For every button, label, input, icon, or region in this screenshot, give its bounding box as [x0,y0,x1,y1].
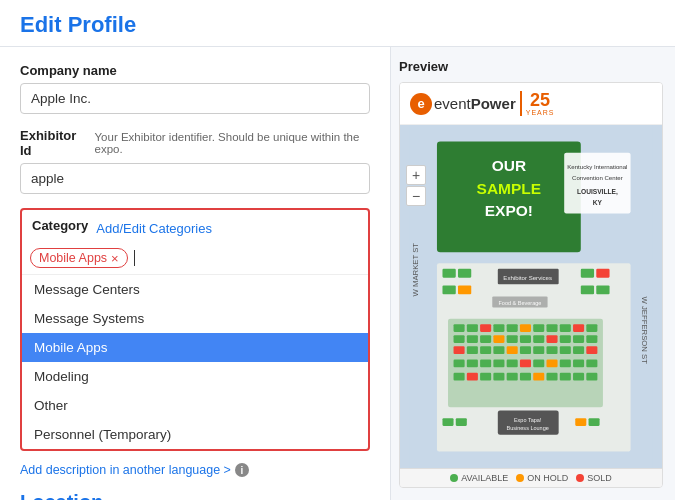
company-name-field-group: Company name [20,63,370,114]
preview-header: e eventPower 25 YEARS [400,83,662,125]
svg-rect-66 [546,360,557,368]
preview-box: e eventPower 25 YEARS + − [399,82,663,488]
exhibitor-id-input[interactable] [20,163,370,194]
svg-rect-21 [442,285,455,294]
exhibitor-id-label-row: Exhibitor Id Your Exhibitor identifier. … [20,128,370,158]
svg-rect-56 [560,346,571,354]
svg-rect-64 [520,360,531,368]
svg-rect-27 [467,324,478,332]
svg-rect-71 [467,373,478,381]
map-svg: W MARKET ST W JEFFERSON ST OUR SAMPLE EX… [400,125,662,468]
svg-rect-46 [573,335,584,343]
svg-rect-32 [533,324,544,332]
svg-rect-86 [575,418,586,426]
company-name-label: Company name [20,63,370,78]
zoom-in-button[interactable]: + [406,165,426,185]
svg-rect-30 [507,324,518,332]
legend-bar: AVAILABLE ON HOLD SOLD [400,468,662,487]
svg-text:LOUISVILLE,: LOUISVILLE, [577,188,618,196]
logo-e-icon: e [410,93,432,115]
logo-years-label: YEARS [526,109,555,116]
svg-rect-49 [467,346,478,354]
svg-rect-85 [456,418,467,426]
svg-rect-77 [546,373,557,381]
on-hold-dot [516,474,524,482]
info-icon: i [235,463,249,477]
preview-label: Preview [399,59,663,74]
svg-rect-79 [573,373,584,381]
location-label: Location [20,491,370,500]
svg-rect-80 [586,373,597,381]
category-label: Category [32,218,88,233]
legend-item-on-hold: ON HOLD [516,473,568,483]
map-zoom-controls: + − [406,165,426,206]
svg-rect-29 [493,324,504,332]
svg-rect-45 [560,335,571,343]
svg-text:SAMPLE: SAMPLE [477,180,542,197]
svg-rect-43 [533,335,544,343]
svg-rect-38 [467,335,478,343]
category-input-row[interactable]: Mobile Apps × [22,244,368,275]
tag-close-mobile-apps[interactable]: × [111,252,119,265]
category-dropdown-list: Message Centers Message Systems Mobile A… [22,275,368,449]
logo-years: 25 YEARS [520,91,555,116]
location-section: Location Country United States Canada Un… [20,491,370,500]
svg-rect-68 [573,360,584,368]
svg-rect-47 [586,335,597,343]
svg-text:Convention Center: Convention Center [572,174,623,181]
sold-label: SOLD [587,473,612,483]
svg-rect-33 [546,324,557,332]
exhibitor-id-hint: Your Exhibitor identifier. Should be uni… [95,131,371,155]
dropdown-item-other[interactable]: Other [22,391,368,420]
eventpower-logo: e eventPower 25 YEARS [410,91,554,116]
tag-label: Mobile Apps [39,251,107,265]
svg-rect-60 [467,360,478,368]
svg-rect-84 [442,418,453,426]
svg-rect-50 [480,346,491,354]
exhibitor-id-field-group: Exhibitor Id Your Exhibitor identifier. … [20,128,370,194]
page-header: Edit Profile [0,0,675,47]
svg-rect-51 [493,346,504,354]
svg-rect-34 [560,324,571,332]
available-dot [450,474,458,482]
dropdown-item-mobile-apps[interactable]: Mobile Apps [22,333,368,362]
dropdown-item-modeling[interactable]: Modeling [22,362,368,391]
legend-item-sold: SOLD [576,473,612,483]
add-edit-categories-link[interactable]: Add/Edit Categories [96,221,212,236]
dropdown-item-personnel-temporary[interactable]: Personnel (Temporary) [22,420,368,449]
logo-years-number: 25 [530,91,550,109]
dropdown-item-message-centers[interactable]: Message Centers [22,275,368,304]
svg-rect-41 [507,335,518,343]
svg-rect-40 [493,335,504,343]
svg-rect-54 [533,346,544,354]
svg-rect-62 [493,360,504,368]
svg-rect-70 [454,373,465,381]
svg-rect-73 [493,373,504,381]
svg-rect-39 [480,335,491,343]
svg-rect-72 [480,373,491,381]
svg-text:Expo Tapa!: Expo Tapa! [514,417,542,423]
svg-text:OUR: OUR [492,157,526,174]
svg-rect-31 [520,324,531,332]
dropdown-item-message-systems[interactable]: Message Systems [22,304,368,333]
page-title: Edit Profile [20,12,655,38]
svg-rect-48 [454,346,465,354]
page-wrapper: Edit Profile Company name Exhibitor Id Y… [0,0,675,500]
svg-rect-36 [586,324,597,332]
on-hold-label: ON HOLD [527,473,568,483]
svg-text:Food & Beverage: Food & Beverage [498,300,541,306]
svg-text:Business Lounge: Business Lounge [507,425,549,431]
right-panel: Preview e eventPower 25 YEARS [390,47,675,500]
zoom-out-button[interactable]: − [406,186,426,206]
category-cursor [134,250,135,266]
svg-rect-24 [596,285,609,294]
svg-rect-58 [586,346,597,354]
company-name-input[interactable] [20,83,370,114]
add-description-link[interactable]: Add description in another language > i [20,463,249,477]
svg-rect-87 [589,418,600,426]
left-panel: Company name Exhibitor Id Your Exhibitor… [0,47,390,500]
svg-rect-67 [560,360,571,368]
svg-rect-53 [520,346,531,354]
svg-rect-37 [454,335,465,343]
svg-rect-57 [573,346,584,354]
